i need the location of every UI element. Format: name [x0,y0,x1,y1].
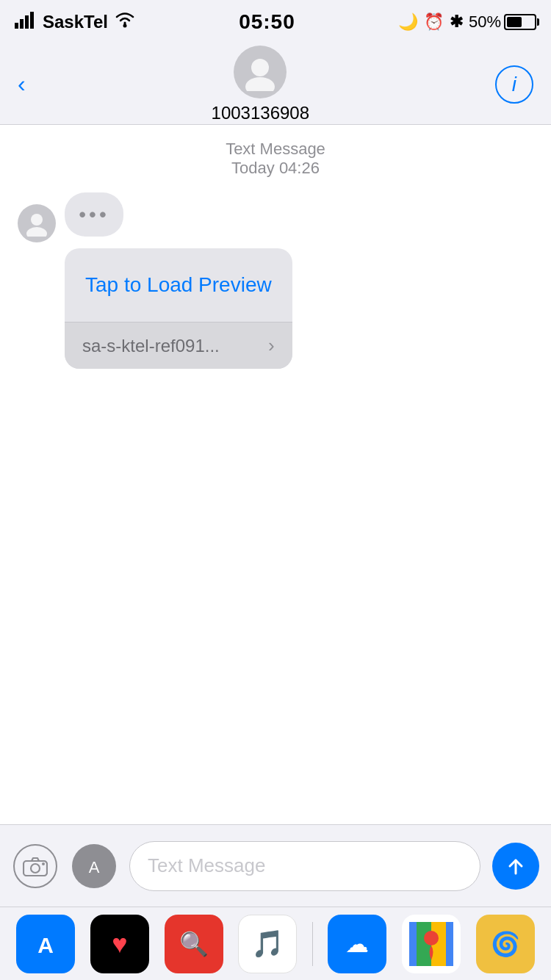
tap-to-load-label[interactable]: Tap to Load Preview [85,273,272,297]
dock-app-misc[interactable]: 🌀 [476,915,535,973]
link-preview-bubble[interactable]: Tap to Load Preview sa-s-ktel-ref091... … [65,248,292,369]
svg-rect-3 [30,12,34,29]
svg-point-10 [31,864,40,873]
svg-rect-2 [25,15,29,29]
wifi-icon [114,11,136,33]
dock-app-search[interactable]: 🔍 [165,915,223,973]
camera-button[interactable] [12,843,59,890]
battery-indicator: 50% [469,12,536,32]
svg-point-11 [42,862,45,865]
text-input-wrapper[interactable]: Text Message [129,841,480,891]
status-right: 🌙 ⏰ ✱ 50% [398,12,536,32]
appstore-icon: A [72,844,116,888]
svg-point-17 [424,931,439,945]
info-button[interactable]: i [495,65,533,104]
bluetooth-icon: ✱ [450,12,463,32]
contact-name[interactable]: 1003136908 [212,103,309,123]
status-time: 05:50 [239,10,295,34]
svg-point-6 [245,77,275,91]
dock-app-cloud[interactable]: ☁ [328,915,386,973]
svg-rect-1 [20,19,24,29]
battery-percent: 50% [469,12,501,32]
battery-icon [504,14,536,30]
message-row-link: Tap to Load Preview sa-s-ktel-ref091... … [18,248,533,369]
nav-center: 1003136908 [212,46,309,123]
link-preview-top[interactable]: Tap to Load Preview [65,248,292,322]
camera-icon [13,844,57,888]
svg-rect-0 [15,23,18,29]
input-bar: A Text Message [0,824,551,907]
timestamp-type: Text Message [18,140,533,159]
appstore-button[interactable]: A [71,843,118,890]
status-bar: SaskTel 05:50 🌙 ⏰ ✱ 50% [0,0,551,44]
back-button[interactable]: ‹ [18,71,26,98]
timestamp-time: Today 04:26 [18,159,533,178]
nav-bar: ‹ 1003136908 i [0,44,551,125]
moon-icon: 🌙 [398,12,418,32]
dock-app-music[interactable]: 🎵 [238,915,297,973]
dock-app-appstore[interactable]: A [16,915,75,973]
dock-divider [312,922,313,966]
dock: A ♥ 🔍 🎵 ☁ 🌀 [0,907,551,980]
svg-text:A: A [89,858,100,876]
dock-app-patreon[interactable]: ♥ [90,915,149,973]
text-input-placeholder[interactable]: Text Message [148,854,265,877]
typing-indicator: ••• [65,192,123,237]
carrier-label: SaskTel [43,12,108,32]
svg-point-8 [26,227,47,237]
message-timestamp: Text Message Today 04:26 [18,140,533,178]
svg-text:A: A [37,933,54,957]
chevron-right-icon: › [268,334,275,357]
svg-point-5 [251,59,269,76]
link-url: sa-s-ktel-ref091... [82,336,259,356]
link-preview-bottom[interactable]: sa-s-ktel-ref091... › [65,322,292,369]
signal-icon [15,11,37,33]
alarm-icon: ⏰ [424,12,444,32]
message-row-ellipsis: ••• [18,192,533,242]
contact-avatar[interactable] [234,46,287,98]
sender-avatar [18,204,56,242]
status-left: SaskTel [15,11,136,33]
send-button[interactable] [492,843,539,890]
message-area: Text Message Today 04:26 ••• Tap to Load… [0,125,551,896]
svg-point-4 [123,24,126,28]
dock-app-maps[interactable] [402,915,461,973]
svg-point-7 [31,214,43,226]
